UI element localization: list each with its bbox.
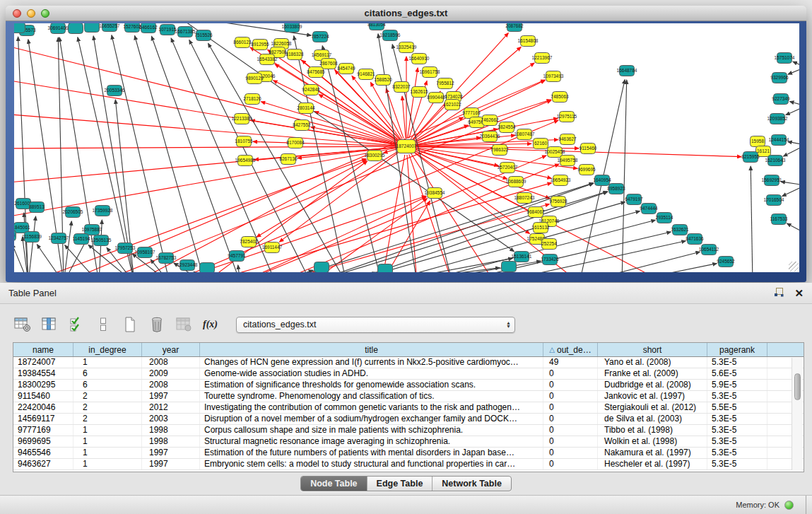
table-row[interactable]: 946554611997Estimation of the future num… <box>13 448 804 459</box>
tab-node-table[interactable]: Node Table <box>301 477 366 491</box>
graph-edge[interactable] <box>788 141 799 145</box>
table-row[interactable]: 946362711997Embryonic stem cells: a mode… <box>13 459 804 470</box>
table-row[interactable]: 2242004622012Investigating the contribut… <box>13 402 804 414</box>
graph-node-label: 10807487 <box>514 132 535 136</box>
graph-node-label: 20364436 <box>480 134 500 139</box>
graph-edge[interactable] <box>787 223 799 233</box>
table-cell: 1997 <box>142 448 200 458</box>
resize-grip-icon[interactable] <box>789 262 799 271</box>
graph-edge[interactable] <box>14 42 398 144</box>
graph-node-label: 2803144 <box>297 105 315 110</box>
zoom-window-button[interactable] <box>41 9 49 18</box>
minimize-window-button[interactable] <box>27 9 35 18</box>
column-header-pagerank[interactable]: pagerank <box>707 343 767 356</box>
tab-network-table[interactable]: Network Table <box>432 477 511 491</box>
insert-column-button[interactable] <box>40 315 59 334</box>
graph-edge[interactable] <box>14 147 398 184</box>
close-window-button[interactable] <box>13 9 21 18</box>
graph-edge[interactable] <box>452 232 671 272</box>
graph-node-label: 1588520 <box>374 77 392 82</box>
table-cell: 5.3E-5 <box>707 436 767 447</box>
graph-edge[interactable] <box>402 96 406 138</box>
table-cell: Structural magnetic resonance image aver… <box>200 436 543 447</box>
table-cell: 2 <box>73 414 142 424</box>
table-row[interactable]: 1456911722003Disruption of a novel membe… <box>13 414 804 425</box>
table-settings-button[interactable] <box>13 315 32 334</box>
delete-entry-button[interactable] <box>147 315 166 334</box>
graph-edge[interactable] <box>786 106 799 115</box>
table-row[interactable]: 969969511998Structural magnetic resonanc… <box>13 436 804 448</box>
graph-edge[interactable] <box>782 185 799 197</box>
graph-edge[interactable] <box>314 112 399 144</box>
graph-edge[interactable] <box>382 258 512 272</box>
select-columns-button[interactable] <box>66 315 86 334</box>
table-row[interactable]: 1872400712008Changes of HCN gene express… <box>13 357 804 368</box>
table-cell: 2009 <box>142 368 200 379</box>
graph-node[interactable] <box>14 23 25 33</box>
graph-edge[interactable] <box>112 35 170 272</box>
graph-edge[interactable] <box>751 166 753 272</box>
graph-edge[interactable] <box>793 62 799 67</box>
graph-edge[interactable] <box>319 95 399 142</box>
graph-edge[interactable] <box>784 145 799 156</box>
graph-edge[interactable] <box>781 182 799 185</box>
table-row[interactable]: 1830029562008Estimation of significance … <box>13 380 804 391</box>
graph-node[interactable] <box>200 263 215 273</box>
network-window-titlebar[interactable]: citations_edges.txt <box>6 6 806 21</box>
table-cell: 22420046 <box>13 402 73 413</box>
network-window-frame: 1872400786601238912955182260589827508165… <box>6 21 806 282</box>
graph-edge[interactable] <box>151 36 240 272</box>
column-header-title[interactable]: title <box>200 343 543 356</box>
graph-edge[interactable] <box>37 245 64 272</box>
table-row[interactable]: 977716911998Corpus callosum shape and si… <box>13 425 804 436</box>
close-panel-icon[interactable]: ✕ <box>794 288 804 298</box>
graph-edge[interactable] <box>346 202 625 272</box>
create-table-button[interactable] <box>120 315 139 334</box>
column-header-name[interactable]: name <box>13 343 73 356</box>
graph-edge[interactable] <box>276 270 313 272</box>
graph-node[interactable] <box>85 23 100 33</box>
float-panel-icon[interactable] <box>774 287 784 299</box>
table-cell: de Silva et al. (2003) <box>598 414 707 424</box>
tab-edge-table[interactable]: Edge Table <box>367 477 433 491</box>
graph-edge[interactable] <box>14 146 398 148</box>
table-cell: 5.3E-5 <box>707 391 767 402</box>
graph-node[interactable] <box>69 23 83 34</box>
table-row[interactable]: 1938455462009Genome-wide association stu… <box>13 368 804 380</box>
table-scrollbar-thumb[interactable] <box>794 373 801 400</box>
function-builder-button[interactable]: f(x) <box>201 315 220 334</box>
graph-node[interactable] <box>314 262 329 273</box>
graph-node-label: 8990448 <box>427 95 445 100</box>
column-header-in_degree[interactable]: in_degree <box>73 343 142 356</box>
graph-edge[interactable] <box>238 265 240 272</box>
graph-edge[interactable] <box>789 102 799 106</box>
graph-node[interactable] <box>502 262 517 272</box>
graph-edge[interactable] <box>240 156 546 272</box>
graph-edge[interactable] <box>170 196 426 272</box>
delete-table-button-disabled[interactable] <box>174 315 193 334</box>
graph-node-label: 9245652 <box>717 259 735 264</box>
graph-node-label: 8660123 <box>233 40 252 45</box>
graph-node-label: 8475685 <box>307 69 325 74</box>
network-canvas-svg[interactable]: 1872400786601238912955182260589827508165… <box>14 23 799 272</box>
graph-edge[interactable] <box>788 67 799 74</box>
graph-edge[interactable] <box>579 252 700 272</box>
graph-node-label: 8813054 <box>367 23 386 27</box>
table-cell: Estimation of the future numbers of pati… <box>200 448 543 458</box>
column-header-short[interactable]: short <box>598 343 707 356</box>
table-source-dropdown[interactable]: citations_edges.txt ▲▼ <box>236 317 515 333</box>
column-header-out_de[interactable]: △out_de… <box>543 343 598 356</box>
graph-node-label: 16033809 <box>282 24 302 29</box>
table-cell: 2 <box>73 391 142 402</box>
table-scrollbar[interactable] <box>792 358 802 470</box>
graph-node-label: 8215955 <box>741 154 760 159</box>
table-cell: Tourette syndrome. Phenomenology and cla… <box>200 391 543 402</box>
network-canvas[interactable]: 1872400786601238912955182260589827508165… <box>14 23 799 272</box>
graph-node-label: 16648784 <box>617 68 637 73</box>
graph-edge[interactable] <box>135 36 205 272</box>
table-row[interactable]: 911546021997Tourette syndrome. Phenomeno… <box>13 391 804 402</box>
graph-node[interactable] <box>378 264 393 273</box>
column-header-year[interactable]: year <box>142 343 200 356</box>
graph-edge[interactable] <box>64 221 71 272</box>
row-selection-button[interactable] <box>93 315 112 334</box>
